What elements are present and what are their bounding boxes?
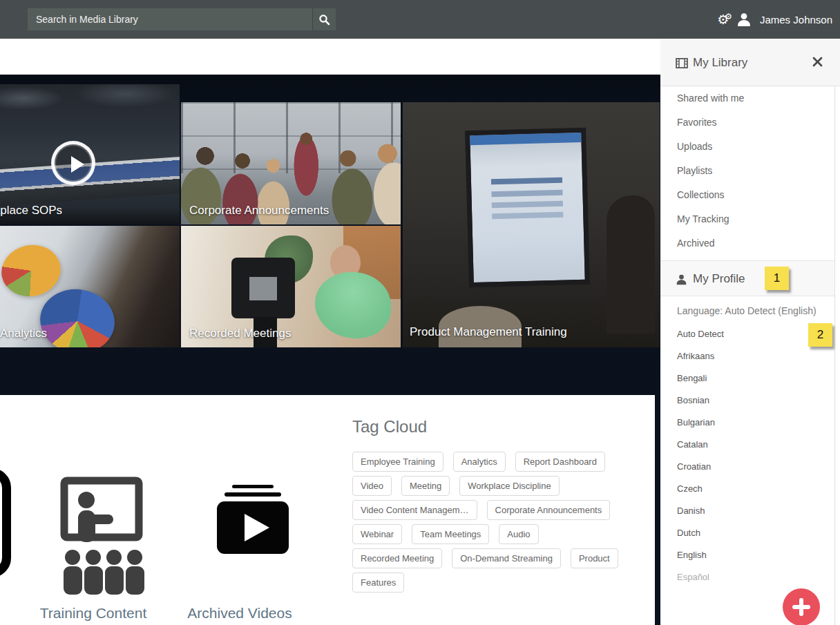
training-content-icon[interactable] <box>59 475 146 595</box>
video-tile-recorded-meetings[interactable]: Recorded Meetings <box>181 226 401 347</box>
thumbnail-decor <box>607 195 655 334</box>
main-content: Workplace SOPs Corporate Announcements A… <box>0 39 660 625</box>
film-icon <box>676 58 688 68</box>
language-item-espanol[interactable]: Español <box>660 566 834 588</box>
tag-chip[interactable]: Features <box>352 573 404 593</box>
language-item-catalan[interactable]: Catalan <box>660 434 834 456</box>
profile-person-icon <box>676 273 687 285</box>
video-tile-analytics[interactable]: Analytics <box>0 226 180 347</box>
my-library-title: My Library <box>693 56 747 70</box>
topbar-right: ⚙⚙ James Johnson <box>717 0 832 39</box>
sidebar-item-archived[interactable]: Archived <box>660 231 834 256</box>
play-icon <box>71 156 84 173</box>
tag-chip[interactable]: Audio <box>499 524 538 544</box>
video-title: Recorded Meetings <box>189 327 291 340</box>
top-bar: ⚙⚙ James Johnson <box>0 0 840 39</box>
my-profile-title: My Profile <box>693 272 745 286</box>
annotation-badge-1: 1 <box>765 267 789 290</box>
add-media-fab[interactable] <box>783 588 820 625</box>
search-input[interactable] <box>28 8 312 30</box>
tag-chip[interactable]: Product <box>571 548 618 568</box>
user-person-icon[interactable] <box>736 12 752 27</box>
my-library-title-row: My Library <box>676 56 747 70</box>
tag-chip[interactable]: Meeting <box>401 476 450 496</box>
sidebar-item-my-tracking[interactable]: My Tracking <box>660 207 834 231</box>
tag-chip[interactable]: On-Demand Streaming <box>452 548 561 568</box>
language-header: Language: Auto Detect (English) <box>677 305 817 316</box>
language-item-dutch[interactable]: Dutch <box>660 522 834 544</box>
tag-cloud-title: Tag Cloud <box>352 417 427 436</box>
tag-chip[interactable]: Video <box>352 476 392 496</box>
video-tile-corporate-announcements[interactable]: Corporate Announcements <box>181 102 401 224</box>
video-title: Workplace SOPs <box>0 204 62 218</box>
thumbnail-decor <box>465 128 590 288</box>
my-profile-section[interactable]: My Profile <box>660 260 840 296</box>
sidebar-item-playlists[interactable]: Playlists <box>660 159 834 183</box>
tag-chip[interactable]: Video Content Managem… <box>352 500 477 520</box>
settings-gears-icon[interactable]: ⚙⚙ <box>717 12 728 26</box>
video-tile-product-management-training[interactable]: Product Management Training <box>403 102 660 347</box>
tag-chip[interactable]: Analytics <box>453 452 506 472</box>
tag-chip[interactable]: Workplace Discipline <box>459 476 559 496</box>
tag-chip[interactable]: Report Dashboard <box>515 452 605 472</box>
tag-chip[interactable]: Team Meetings <box>412 524 489 544</box>
video-title: Product Management Training <box>410 325 567 339</box>
language-list: Auto Detect Afrikaans Bengali Bosnian Bu… <box>660 323 834 588</box>
tag-chip[interactable]: Employee Training <box>352 452 443 472</box>
language-item-bosnian[interactable]: Bosnian <box>660 390 834 412</box>
tag-cloud: Employee Training Analytics Report Dashb… <box>352 452 636 593</box>
video-tile-workplace-sops[interactable]: Workplace SOPs <box>0 84 180 224</box>
library-menu: Shared with me Favorites Uploads Playlis… <box>660 86 834 256</box>
thumbnail-decor <box>231 258 295 318</box>
shortcut-archived-videos[interactable]: Archived Videos <box>164 605 316 622</box>
right-sidebar: My Library Shared with me Favorites Uplo… <box>660 39 840 625</box>
search-bar <box>28 8 336 30</box>
play-button[interactable] <box>51 141 95 185</box>
language-item-english[interactable]: English <box>660 544 834 566</box>
sidebar-item-collections[interactable]: Collections <box>660 183 834 207</box>
annotation-badge-2: 2 <box>808 323 832 347</box>
lower-panel: Training Content Archived Videos Tag Clo… <box>0 395 655 625</box>
my-library-header: My Library <box>660 39 840 86</box>
close-icon[interactable] <box>812 57 823 68</box>
user-name[interactable]: James Johnson <box>760 14 832 26</box>
cutoff-device-icon <box>0 468 11 577</box>
search-button[interactable] <box>312 8 336 30</box>
tag-chip[interactable]: Webinar <box>352 524 402 544</box>
tag-chip[interactable]: Recorded Meeting <box>352 548 442 568</box>
sidebar-item-favorites[interactable]: Favorites <box>660 110 834 135</box>
language-item-bulgarian[interactable]: Bulgarian <box>660 412 834 434</box>
shortcut-training-content[interactable]: Training Content <box>17 605 169 622</box>
archived-videos-icon[interactable] <box>213 485 290 555</box>
video-title: Corporate Announcements <box>189 204 329 218</box>
language-item-danish[interactable]: Danish <box>660 500 834 522</box>
magnifier-icon <box>318 14 330 26</box>
language-item-czech[interactable]: Czech <box>660 478 834 500</box>
my-profile-row: My Profile <box>676 272 745 286</box>
video-title: Analytics <box>0 327 47 340</box>
sidebar-item-uploads[interactable]: Uploads <box>660 135 834 159</box>
tag-chip[interactable]: Corporate Announcements <box>487 500 611 520</box>
language-item-bengali[interactable]: Bengali <box>660 367 834 390</box>
language-item-afrikaans[interactable]: Afrikaans <box>660 345 834 367</box>
sidebar-scrollbar[interactable] <box>834 86 840 625</box>
plus-icon <box>799 598 803 616</box>
language-item-croatian[interactable]: Croatian <box>660 456 834 478</box>
sidebar-item-shared-with-me[interactable]: Shared with me <box>660 86 834 110</box>
